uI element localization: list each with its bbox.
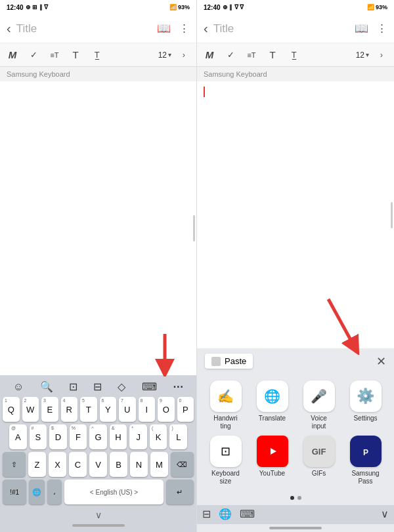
right-kb-collapse-icon[interactable]: ∨ [381,508,389,520]
gifs-icon: GIF [303,436,335,467]
left-phone-panel: 12:40 ⊕ ⊞ ∥ ᐁ 📶 93% ‹ Title 📖 ⋮ M ✓ ≡T T… [0,0,197,532]
key-globe[interactable]: 🌐 [29,480,45,504]
format-text-icon[interactable]: T [67,47,84,64]
key-f[interactable]: %F [70,424,87,449]
key-c[interactable]: C [69,452,87,477]
key-v[interactable]: V [89,452,107,477]
right-content-area[interactable] [197,81,394,348]
format-size-selector[interactable]: 12 ▾ [158,51,171,60]
left-back-button[interactable]: ‹ [7,21,11,36]
key-g[interactable]: ^G [89,424,107,449]
right-format-indent-icon[interactable]: T̲ [285,47,302,64]
right-kb-globe-icon[interactable]: 🌐 [219,508,232,520]
key-y[interactable]: 6Y [100,397,117,422]
right-scroll-handle[interactable] [391,202,393,228]
text-cursor [204,87,205,97]
samsung-pass-label: SamsungPass [351,470,379,485]
key-h[interactable]: &H [110,424,127,449]
left-scroll-handle[interactable] [193,215,195,241]
key-t[interactable]: 5T [80,397,97,422]
menu-item-translate[interactable]: 🌐 Translate [252,380,293,430]
menu-close-button[interactable]: ✕ [376,354,386,369]
left-collapse-row: ∨ [0,507,196,522]
youtube-label: YouTube [259,470,285,478]
left-keyboard-area: ☺ 🔍 ⊡ ⊟ ◇ ⌨ ⋯ 1Q 2W 3E 4R 5T 6Y 7U 8I 9O… [0,375,196,532]
key-w[interactable]: 2W [22,397,39,422]
left-format-bar: M ✓ ≡T T T̲ 12 ▾ › [0,43,196,67]
youtube-logo-svg [263,445,282,458]
key-special[interactable]: !#1 [3,480,26,504]
key-b[interactable]: B [110,452,127,477]
format-check-icon[interactable]: ✓ [25,47,42,64]
menu-item-voice-input[interactable]: 🎤 Voiceinput [298,380,339,430]
key-q[interactable]: 1Q [3,397,20,422]
left-book-icon[interactable]: 📖 [157,22,171,35]
right-book-icon[interactable]: 📖 [355,22,368,35]
right-format-text-icon[interactable]: T [264,47,281,64]
key-o[interactable]: 9O [158,397,175,422]
kb-sticker-icon[interactable]: ⊟ [91,379,104,394]
key-t-sub: 5 [82,398,85,403]
translate-icon: 🌐 [257,380,288,412]
right-format-check-icon[interactable]: ✓ [222,47,239,64]
kb-more-icon[interactable]: ⋯ [170,379,186,394]
menu-item-handwriting[interactable]: ✍ Handwriting [205,380,246,430]
right-format-size-arrow: ▾ [366,51,369,58]
right-format-align-icon[interactable]: ≡T [243,47,260,64]
key-r[interactable]: 4R [61,397,78,422]
key-z[interactable]: Z [28,452,46,477]
format-handwriting-icon[interactable]: M [4,47,21,64]
kb-search-icon[interactable]: 🔍 [37,379,56,394]
key-j[interactable]: *J [129,424,147,449]
format-size-value: 12 [158,51,167,60]
menu-item-gifs[interactable]: GIF GIFs [298,436,339,485]
left-content-area[interactable] [0,81,196,375]
left-more-icon[interactable]: ⋮ [179,22,190,35]
menu-item-keyboard-size[interactable]: ⊡ Keyboardsize [205,436,246,485]
key-u[interactable]: 7U [119,397,136,422]
key-a[interactable]: @A [9,424,27,449]
key-x[interactable]: X [49,452,66,477]
key-k[interactable]: (K [150,424,167,449]
right-format-size-selector[interactable]: 12 ▾ [356,51,369,60]
kb-translate-icon[interactable]: ◇ [115,379,128,394]
key-e[interactable]: 3E [41,397,58,422]
menu-item-samsung-pass[interactable]: P SamsungPass [345,436,386,485]
right-more-icon[interactable]: ⋮ [376,22,387,35]
kb-clipboard-icon[interactable]: ⊡ [66,379,80,394]
right-kb-keyboard-icon[interactable]: ⌨ [240,508,255,520]
key-m[interactable]: M [150,452,168,477]
key-shift[interactable]: ⇧ [3,452,26,477]
format-collapse-icon[interactable]: › [175,47,192,64]
right-kb-clipboard-icon[interactable]: ⊟ [202,508,211,520]
format-size-arrow: ▾ [168,51,171,58]
right-back-button[interactable]: ‹ [204,21,208,36]
key-comma[interactable]: ، [47,480,62,504]
gifs-label: GIFs [312,470,326,478]
menu-item-settings[interactable]: ⚙️ Settings [345,380,386,430]
kb-emoji-icon[interactable]: ☺ [11,380,26,394]
format-align-icon[interactable]: ≡T [46,47,63,64]
key-space[interactable]: < English (US) > [64,480,164,504]
key-p[interactable]: 0P [177,397,194,422]
paste-button[interactable]: Paste [205,354,253,369]
right-format-collapse-icon[interactable]: › [373,47,390,64]
key-s[interactable]: #S [30,424,47,449]
format-indent-icon[interactable]: T̲ [88,47,105,64]
key-backspace[interactable]: ⌫ [171,452,194,477]
right-format-size-value: 12 [356,51,364,60]
key-enter[interactable]: ↵ [166,480,194,504]
key-l-sub: ) [171,426,173,430]
key-i[interactable]: 8I [139,397,156,422]
left-network-icon: 📶 [169,4,177,10]
key-e-sub: 3 [43,398,46,403]
kb-keyboard-icon[interactable]: ⌨ [139,379,160,394]
left-collapse-icon[interactable]: ∨ [95,510,102,520]
right-format-handwriting-icon[interactable]: M [201,47,218,64]
key-a-sub: @ [11,426,16,430]
key-l[interactable]: )L [169,424,187,449]
key-n[interactable]: N [130,452,148,477]
right-battery: 93% [376,4,387,10]
menu-item-youtube[interactable]: YouTube [252,436,293,485]
key-d[interactable]: $D [49,424,67,449]
